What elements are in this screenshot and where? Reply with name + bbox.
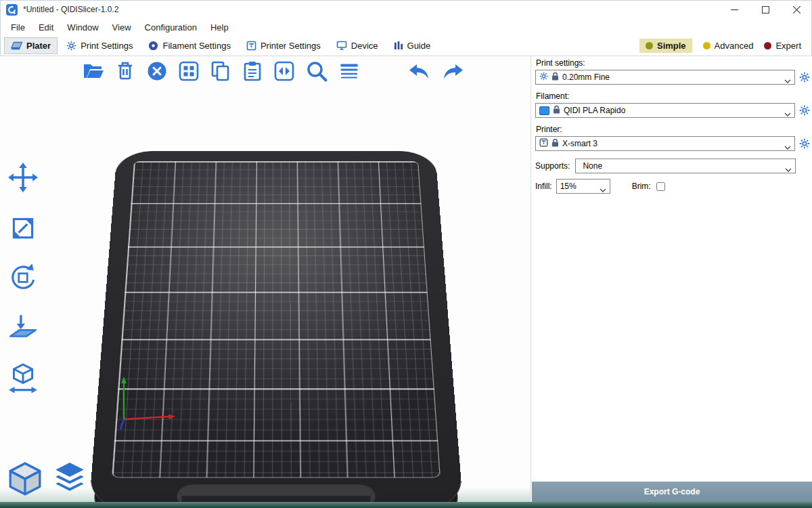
redo-button[interactable]	[440, 60, 466, 83]
gizmo-toolbar	[7, 161, 39, 394]
preview-view-button[interactable]	[51, 461, 88, 497]
infill-value: 15%	[560, 182, 577, 191]
lock-icon	[551, 72, 559, 83]
tab-label: Plater	[26, 41, 51, 51]
window-title: *Untitled - QIDISlicer-1.0.2	[23, 5, 118, 14]
tab-label: Device	[351, 41, 378, 51]
lock-icon	[551, 138, 559, 149]
viewport-bottom-gradient	[0, 502, 812, 508]
tabbar: Plater Print Settings Filament Settings …	[0, 35, 812, 56]
filament-value: QIDI PLA Rapido	[564, 106, 625, 115]
menu-window[interactable]: Window	[60, 21, 105, 34]
tab-label: Filament Settings	[162, 41, 230, 51]
print-settings-value: 0.20mm Fine	[562, 72, 610, 82]
mode-label: Simple	[657, 41, 686, 51]
mode-selector: Simple Advanced Expert	[639, 39, 808, 53]
search-button[interactable]	[304, 58, 330, 84]
menu-view[interactable]: View	[106, 21, 138, 34]
device-monitor-icon	[336, 41, 347, 50]
delete-button[interactable]	[113, 59, 137, 83]
printer-icon	[246, 41, 256, 51]
plater-toolbar	[81, 58, 466, 84]
print-settings-gear-button[interactable]	[798, 72, 811, 83]
tab-printer-settings[interactable]: Printer Settings	[240, 37, 328, 54]
chevron-down-icon	[785, 165, 792, 174]
mode-simple[interactable]: Simple	[639, 39, 692, 53]
simple-mode-icon	[646, 42, 653, 49]
settings-sidebar: Print settings: 0.20mm Fine Filament: QI…	[531, 56, 812, 508]
titlebar: *Untitled - QIDISlicer-1.0.2	[0, 0, 812, 19]
place-on-face-tool-button[interactable]	[7, 312, 39, 344]
filament-combo[interactable]: QIDI PLA Rapido	[535, 103, 795, 118]
print-settings-label: Print settings:	[536, 58, 812, 68]
tab-filament-settings[interactable]: Filament Settings	[141, 37, 237, 54]
chevron-down-icon	[600, 185, 606, 194]
filament-gear-button[interactable]	[798, 105, 811, 116]
copy-button[interactable]	[208, 59, 233, 83]
brim-label: Brim:	[632, 182, 651, 191]
supports-label: Supports:	[535, 161, 570, 171]
arrange-button[interactable]	[177, 59, 201, 83]
menu-file[interactable]: File	[4, 21, 32, 34]
minimize-button[interactable]	[719, 0, 750, 19]
tab-label: Printer Settings	[261, 41, 321, 51]
printer-value: X-smart 3	[562, 139, 597, 148]
open-button[interactable]	[81, 59, 106, 83]
delete-all-button[interactable]	[145, 59, 169, 83]
chevron-down-icon	[784, 109, 791, 119]
expert-mode-icon	[764, 42, 771, 49]
tab-guide[interactable]: Guide	[387, 37, 438, 54]
scale-tool-button[interactable]	[7, 211, 39, 244]
close-button[interactable]	[781, 0, 812, 19]
supports-combo[interactable]: None	[575, 158, 796, 173]
mode-label: Expert	[775, 41, 801, 51]
tab-plater[interactable]: Plater	[4, 37, 58, 54]
split-objects-button[interactable]	[272, 59, 296, 83]
menu-help[interactable]: Help	[204, 21, 235, 34]
printer-combo[interactable]: X-smart 3	[535, 136, 795, 151]
lock-icon	[553, 105, 560, 116]
infill-combo[interactable]: 15%	[556, 179, 610, 194]
mode-advanced[interactable]: Advanced	[703, 41, 754, 51]
filament-label: Filament:	[536, 91, 812, 101]
build-plate-scene	[87, 151, 466, 508]
print-settings-combo[interactable]: 0.20mm Fine	[535, 70, 795, 85]
app-logo-icon	[6, 4, 18, 16]
menu-configuration[interactable]: Configuration	[138, 21, 204, 34]
filament-spool-icon	[148, 41, 158, 51]
size-tool-button[interactable]	[7, 362, 39, 394]
brim-checkbox[interactable]	[656, 182, 665, 191]
3d-viewport[interactable]	[0, 56, 531, 508]
editor-view-button[interactable]	[7, 461, 43, 497]
tab-print-settings[interactable]: Print Settings	[60, 37, 139, 54]
chevron-down-icon	[784, 142, 791, 152]
chevron-down-icon	[784, 76, 791, 85]
maximize-button[interactable]	[750, 0, 781, 19]
supports-value: None	[583, 161, 602, 171]
printer-gear-button[interactable]	[798, 138, 811, 149]
advanced-mode-icon	[703, 42, 710, 49]
printer-label: Printer:	[536, 125, 812, 134]
app-window: *Untitled - QIDISlicer-1.0.2 File Edit W…	[0, 0, 812, 508]
export-gcode-button[interactable]: Export G-code	[532, 482, 812, 502]
tab-device[interactable]: Device	[330, 37, 385, 54]
rotate-tool-button[interactable]	[7, 261, 39, 294]
view-mode-buttons	[7, 461, 88, 497]
tab-label: Guide	[407, 41, 431, 51]
move-tool-button[interactable]	[7, 161, 39, 194]
printer-icon	[539, 138, 548, 149]
paste-button[interactable]	[240, 59, 265, 83]
gear-icon	[66, 41, 76, 51]
build-plate-grid	[112, 161, 441, 478]
infill-label: Infill:	[535, 182, 552, 191]
variable-layer-height-button[interactable]	[337, 59, 361, 83]
menubar: File Edit Window View Configuration Help	[0, 19, 812, 35]
plater-icon	[11, 41, 22, 51]
tab-label: Print Settings	[81, 41, 133, 51]
mode-expert[interactable]: Expert	[764, 41, 801, 51]
filament-color-swatch	[539, 106, 549, 115]
gear-icon	[539, 72, 548, 83]
undo-button[interactable]	[407, 60, 432, 83]
menu-edit[interactable]: Edit	[32, 21, 60, 34]
guide-books-icon	[394, 41, 403, 50]
